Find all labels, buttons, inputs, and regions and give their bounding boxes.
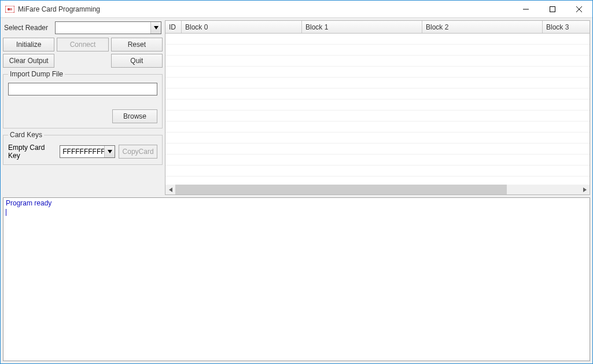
scroll-left-icon[interactable]	[165, 185, 175, 194]
svg-rect-4	[550, 6, 555, 12]
col-block1[interactable]: Block 1	[302, 21, 422, 33]
data-grid: ID Block 0 Block 1 Block 2 Block 3	[165, 20, 590, 195]
grid-header: ID Block 0 Block 1 Block 2 Block 3	[165, 21, 590, 34]
svg-marker-8	[108, 150, 112, 153]
card-keys-row: Empty Card Key FFFFFFFFFFFF CopyCard	[8, 144, 157, 160]
table-row	[165, 34, 590, 45]
table-row	[165, 133, 590, 144]
scroll-track[interactable]	[175, 185, 580, 194]
svg-marker-10	[583, 187, 587, 192]
col-block3[interactable]: Block 3	[543, 21, 590, 33]
button-row-1: Initialize Connect Reset	[3, 38, 163, 52]
reader-combo[interactable]	[55, 21, 161, 34]
svg-point-1	[8, 8, 10, 10]
window-controls	[513, 1, 592, 17]
card-keys-legend: Card Keys	[8, 131, 44, 139]
initialize-button[interactable]: Initialize	[3, 38, 54, 52]
chevron-down-icon	[104, 146, 115, 157]
chevron-down-icon	[150, 22, 161, 34]
table-row	[165, 155, 590, 166]
button-row-2: Clear Output Quit	[3, 54, 163, 68]
svg-point-2	[10, 8, 12, 10]
table-row	[165, 144, 590, 155]
app-window: MiFare Card Programming Select Reader	[0, 0, 593, 364]
table-row	[165, 122, 590, 133]
table-row	[165, 100, 590, 111]
output-text: Program ready	[6, 199, 51, 207]
table-row	[165, 45, 590, 56]
clear-output-button[interactable]: Clear Output	[3, 54, 54, 68]
window-title: MiFare Card Programming	[18, 5, 513, 13]
client-area: Select Reader Initialize Connect Reset C…	[1, 18, 592, 363]
col-block2[interactable]: Block 2	[422, 21, 543, 33]
table-row	[165, 111, 590, 122]
reader-row: Select Reader	[3, 20, 163, 35]
empty-card-key-value: FFFFFFFFFFFF	[60, 148, 104, 156]
titlebar: MiFare Card Programming	[1, 1, 592, 18]
empty-card-key-combo[interactable]: FFFFFFFFFFFF	[60, 145, 115, 158]
copycard-button[interactable]: CopyCard	[119, 145, 157, 159]
card-keys-group: Card Keys Empty Card Key FFFFFFFFFFFF Co…	[3, 131, 163, 165]
close-button[interactable]	[566, 1, 592, 17]
col-id[interactable]: ID	[165, 21, 182, 33]
table-row	[165, 89, 590, 100]
left-panel: Select Reader Initialize Connect Reset C…	[3, 20, 163, 195]
table-row	[165, 56, 590, 67]
import-dump-legend: Import Dump File	[8, 70, 65, 78]
horizontal-scrollbar[interactable]	[165, 185, 590, 194]
quit-button[interactable]: Quit	[111, 54, 163, 68]
svg-marker-9	[169, 187, 172, 192]
table-row	[165, 166, 590, 177]
minimize-button[interactable]	[513, 1, 539, 17]
maximize-button[interactable]	[539, 1, 566, 17]
connect-button[interactable]: Connect	[57, 38, 108, 52]
browse-row: Browse	[8, 109, 157, 123]
reader-label: Select Reader	[4, 24, 51, 32]
svg-marker-7	[154, 26, 159, 30]
col-block0[interactable]: Block 0	[182, 21, 302, 33]
empty-card-key-label: Empty Card Key	[8, 144, 56, 160]
browse-button[interactable]: Browse	[112, 109, 157, 123]
app-icon	[5, 5, 14, 14]
import-dump-group: Import Dump File Browse	[3, 70, 163, 128]
output-console[interactable]: Program ready	[3, 197, 590, 361]
top-area: Select Reader Initialize Connect Reset C…	[3, 20, 590, 195]
text-cursor	[6, 209, 6, 216]
table-row	[165, 67, 590, 78]
grid-body[interactable]	[165, 34, 590, 185]
reset-button[interactable]: Reset	[111, 38, 163, 52]
table-row	[165, 78, 590, 89]
import-path-input[interactable]	[8, 83, 157, 95]
scroll-right-icon[interactable]	[580, 185, 590, 194]
scroll-thumb[interactable]	[175, 185, 507, 194]
